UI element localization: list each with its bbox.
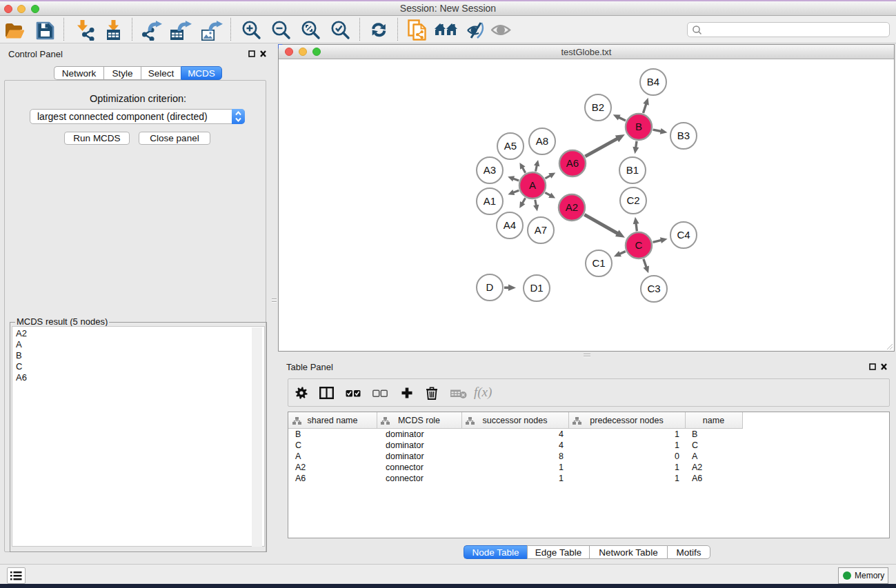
svg-text:C4: C4 xyxy=(677,229,690,241)
svg-text:A5: A5 xyxy=(504,140,517,152)
svg-text:A2: A2 xyxy=(566,201,578,213)
svg-text:A: A xyxy=(529,179,536,191)
svg-text:C3: C3 xyxy=(647,283,660,294)
svg-text:A7: A7 xyxy=(535,224,547,236)
svg-text:B1: B1 xyxy=(626,164,639,176)
svg-text:C2: C2 xyxy=(626,194,639,206)
svg-text:B: B xyxy=(635,121,642,132)
svg-text:B3: B3 xyxy=(677,130,690,141)
svg-text:D1: D1 xyxy=(530,282,543,294)
svg-text:A6: A6 xyxy=(566,157,579,169)
svg-text:B2: B2 xyxy=(592,101,604,113)
svg-text:A8: A8 xyxy=(536,135,548,147)
svg-text:C1: C1 xyxy=(592,257,605,269)
svg-text:D: D xyxy=(486,281,494,293)
svg-text:C: C xyxy=(635,239,643,251)
svg-text:A4: A4 xyxy=(504,219,516,231)
svg-text:A3: A3 xyxy=(484,164,496,176)
svg-text:A1: A1 xyxy=(484,195,496,207)
svg-text:B4: B4 xyxy=(647,76,659,88)
